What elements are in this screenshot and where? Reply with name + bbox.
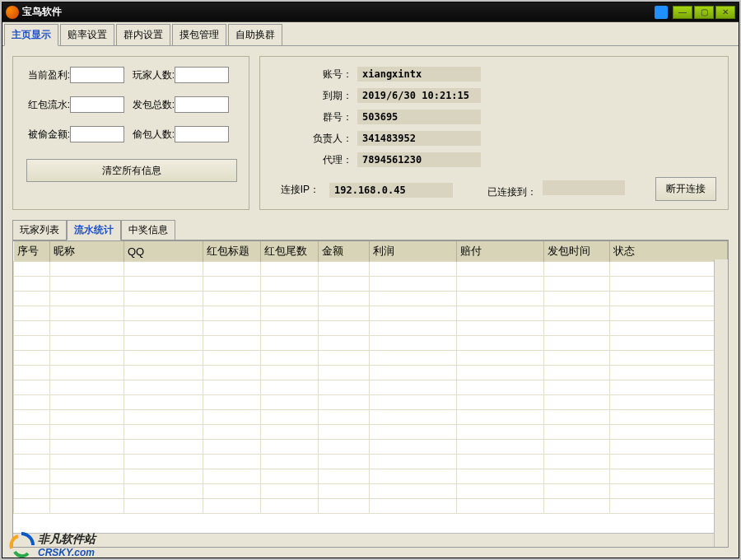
close-button[interactable]: ✕: [715, 6, 735, 19]
thieves-input[interactable]: [175, 126, 229, 142]
minimize-button[interactable]: —: [673, 6, 692, 19]
tab-flow-stats[interactable]: 流水统计: [67, 220, 121, 240]
agent-value: 7894561230: [357, 152, 481, 167]
stats-panel: 当前盈利: 玩家人数: 红包流水: 发包总数: 被偷金额: 偷包人数:: [12, 56, 249, 210]
watermark-line1: 非凡软件站: [38, 532, 96, 547]
account-label: 账号：: [306, 68, 352, 82]
col-nickname[interactable]: 昵称: [50, 241, 124, 262]
stolen-label: 被偷金额:: [26, 128, 70, 142]
table-row: [14, 499, 728, 514]
data-table-container: 序号 昵称 QQ 红包标题 红包尾数 金额 利润 赔付 发包时间 状态: [12, 240, 729, 548]
tab-group-settings[interactable]: 群内设置: [116, 24, 170, 45]
table-row: [14, 395, 728, 410]
col-profit[interactable]: 利润: [370, 241, 457, 262]
horizontal-scrollbar[interactable]: [13, 533, 714, 547]
tab-packet-mgmt[interactable]: 摸包管理: [172, 24, 226, 45]
maximize-button[interactable]: ▢: [694, 6, 714, 19]
window-title: 宝鸟软件: [22, 5, 655, 19]
data-table: 序号 昵称 QQ 红包标题 红包尾数 金额 利润 赔付 发包时间 状态: [13, 241, 728, 514]
table-row: [14, 321, 728, 336]
packets-label: 发包总数:: [131, 98, 175, 112]
players-label: 玩家人数:: [131, 68, 175, 82]
watermark-line2: CRSKY.com: [38, 547, 96, 558]
ip-label: 连接IP：: [273, 183, 319, 197]
tab-self-switch[interactable]: 自助换群: [228, 24, 282, 45]
table-row: [14, 410, 728, 425]
info-panel: 账号： xiangxintx 到期： 2019/6/30 10:21:15 群号…: [259, 56, 729, 210]
agent-label: 代理：: [306, 153, 352, 167]
owner-value: 341483952: [357, 131, 481, 146]
table-row: [14, 336, 728, 351]
expire-value: 2019/6/30 10:21:15: [357, 88, 481, 103]
table-row: [14, 306, 728, 321]
app-icon: [6, 6, 19, 19]
flow-label: 红包流水:: [26, 98, 70, 112]
table-row: [14, 425, 728, 440]
table-row: [14, 484, 728, 499]
table-row: [14, 440, 728, 455]
col-qq[interactable]: QQ: [124, 241, 203, 262]
table-row: [14, 292, 728, 306]
profit-input[interactable]: [70, 67, 124, 83]
main-tabs: 主页显示 赔率设置 群内设置 摸包管理 自助换群: [2, 22, 739, 46]
owner-label: 负责人：: [306, 132, 352, 146]
table-row: [14, 455, 728, 469]
table-row: [14, 469, 728, 484]
stolen-input[interactable]: [70, 126, 124, 142]
players-input[interactable]: [175, 67, 229, 83]
top-panels: 当前盈利: 玩家人数: 红包流水: 发包总数: 被偷金额: 偷包人数:: [12, 56, 729, 210]
col-status[interactable]: 状态: [610, 241, 728, 262]
col-amount[interactable]: 金额: [319, 241, 370, 262]
thieves-label: 偷包人数:: [131, 128, 175, 142]
table-row: [14, 351, 728, 366]
data-section: 玩家列表 流水统计 中奖信息 序号 昵称 QQ 红包标题 红包尾数 金额 利润: [12, 220, 729, 548]
watermark: 非凡软件站 CRSKY.com: [8, 532, 96, 558]
expire-label: 到期：: [306, 89, 352, 103]
group-label: 群号：: [306, 110, 352, 124]
app-window: 宝鸟软件 — ▢ ✕ 主页显示 赔率设置 群内设置 摸包管理 自助换群 当前盈利…: [2, 2, 739, 558]
vertical-scrollbar[interactable]: [714, 259, 728, 547]
col-payout[interactable]: 赔付: [457, 241, 544, 262]
col-packet-tail[interactable]: 红包尾数: [261, 241, 319, 262]
table-row: [14, 262, 728, 277]
help-icon[interactable]: [655, 6, 668, 19]
table-row: [14, 366, 728, 380]
watermark-icon: [8, 532, 35, 558]
ip-value: 192.168.0.45: [329, 183, 453, 198]
col-send-time[interactable]: 发包时间: [544, 241, 610, 262]
col-seq[interactable]: 序号: [14, 241, 50, 262]
tab-winners[interactable]: 中奖信息: [121, 220, 175, 240]
table-row: [14, 277, 728, 292]
titlebar: 宝鸟软件 — ▢ ✕: [2, 2, 739, 22]
disconnect-button[interactable]: 断开连接: [655, 177, 716, 201]
packets-input[interactable]: [175, 96, 229, 113]
col-packet-title[interactable]: 红包标题: [203, 241, 261, 262]
tab-home[interactable]: 主页显示: [4, 24, 58, 46]
table-row: [14, 380, 728, 395]
content-area: 当前盈利: 玩家人数: 红包流水: 发包总数: 被偷金额: 偷包人数:: [2, 46, 739, 558]
group-value: 503695: [357, 110, 481, 124]
tab-players[interactable]: 玩家列表: [12, 220, 67, 240]
connected-label: 已连接到：: [487, 186, 537, 198]
clear-button[interactable]: 清空所有信息: [26, 159, 237, 182]
connected-value: [543, 180, 625, 195]
tab-odds[interactable]: 赔率设置: [60, 24, 114, 45]
profit-label: 当前盈利:: [26, 68, 70, 82]
data-tabs: 玩家列表 流水统计 中奖信息: [12, 220, 729, 240]
account-value: xiangxintx: [357, 67, 481, 82]
flow-input[interactable]: [70, 96, 124, 113]
